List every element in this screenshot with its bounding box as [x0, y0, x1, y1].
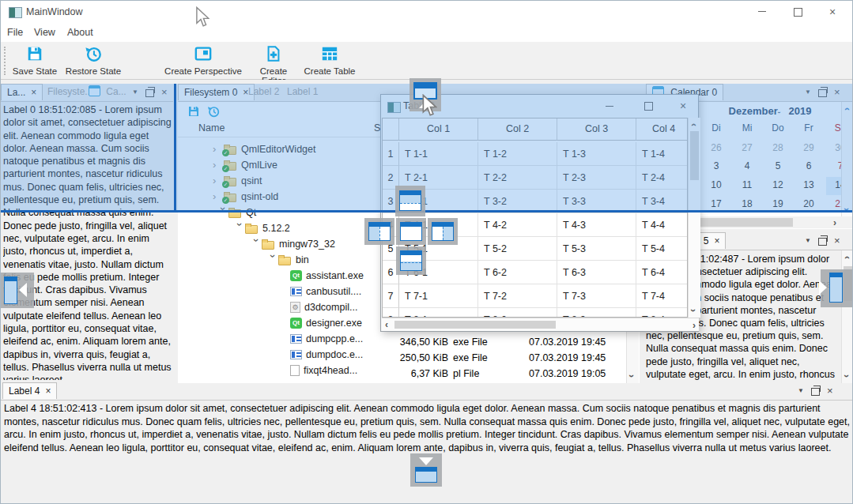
tree-row[interactable]: › ✓ QmlEditorWidget	[178, 141, 315, 157]
table-cell[interactable]: T 6-1	[399, 261, 478, 284]
scroll-down-icon[interactable]: ›	[841, 208, 852, 211]
table-cell[interactable]: T 8-2	[478, 308, 557, 318]
scroll-down-icon[interactable]: ›	[841, 374, 852, 378]
table-cell[interactable]: T 5-1	[399, 237, 478, 261]
tree-row[interactable]: › ✓ QmlLive	[178, 157, 277, 173]
chevron-down-icon[interactable]: ›	[267, 254, 278, 265]
calendar-day[interactable]: 28	[764, 142, 792, 153]
save-state-button[interactable]: Save State	[10, 45, 59, 76]
table-cell[interactable]: T 5-2	[478, 237, 557, 261]
pane-float-icon[interactable]	[818, 238, 827, 246]
calendar-day[interactable]: 20	[794, 198, 823, 209]
tree-row[interactable]: › ✓ qsint	[178, 173, 262, 189]
maximize-icon[interactable]	[644, 102, 653, 111]
row-header[interactable]: 4	[383, 213, 399, 237]
minimize-icon[interactable]	[606, 106, 613, 107]
table-window-titlebar[interactable]: Table 0 ×	[381, 95, 698, 118]
table-cell[interactable]: T 8-1	[399, 308, 478, 318]
table-cell[interactable]: T 7-3	[557, 284, 636, 308]
table-cell[interactable]: T 4-1	[399, 213, 478, 237]
pane-menu-icon[interactable]: ▼	[805, 236, 811, 246]
table-cell[interactable]: T 5-4	[636, 237, 688, 261]
table-cell[interactable]: T 5-3	[557, 237, 636, 261]
calendar-day[interactable]: 17	[702, 198, 730, 209]
tab-close-icon[interactable]: ×	[31, 87, 36, 98]
create-perspective-button[interactable]: Create Perspective	[163, 45, 243, 76]
tab-label0[interactable]: La...×	[1, 84, 43, 100]
pane-float-icon[interactable]	[145, 89, 154, 97]
pane-menu-icon[interactable]: ▼	[798, 386, 804, 396]
calendar-day[interactable]: 4	[733, 160, 761, 171]
table-cell[interactable]: T 6-3	[557, 261, 636, 284]
calendar-day[interactable]: 29	[794, 142, 823, 153]
calendar-day[interactable]: 10	[702, 179, 730, 190]
scroll-up-icon[interactable]: ›	[688, 123, 699, 126]
scroll-up-icon[interactable]: ›	[841, 256, 852, 259]
create-table-button[interactable]: Create Table	[304, 45, 356, 76]
tab-label2[interactable]: Label 2	[243, 84, 285, 100]
row-header[interactable]: 1	[383, 142, 399, 166]
table-cell[interactable]: T 1-1	[399, 142, 478, 166]
pane-menu-icon[interactable]: ▼	[132, 88, 138, 97]
table-cell[interactable]: T 8-4	[636, 308, 688, 318]
tree-row[interactable]: dumpcpp.e...	[178, 331, 363, 347]
row-header[interactable]: 7	[383, 284, 399, 308]
table-cell[interactable]: T 8-3	[557, 308, 636, 318]
tree-row[interactable]: Qt assistant.exe	[178, 268, 364, 284]
floating-table-window[interactable]: Table 0 × Col 1 Col 2 Col 3 Col 4 1 T 1-…	[380, 94, 699, 332]
calendar-day[interactable]: 5	[764, 160, 792, 171]
table-cell[interactable]: T 2-2	[478, 166, 557, 190]
pane-menu-icon[interactable]: ▼	[805, 88, 811, 97]
pane-close-icon[interactable]: ×	[834, 236, 840, 246]
pane-float-icon[interactable]	[811, 388, 820, 396]
scroll-right-icon[interactable]: ›	[833, 217, 836, 228]
calendar-day[interactable]: 18	[733, 198, 761, 209]
close-icon[interactable]: ×	[680, 100, 686, 111]
tree-row[interactable]: fixqt4head...	[178, 363, 357, 378]
table-cell[interactable]: T 3-1	[399, 190, 478, 213]
scroll-right-icon[interactable]: ›	[693, 320, 696, 331]
table-cell[interactable]: T 3-4	[636, 190, 688, 213]
scrollbar-thumb[interactable]	[844, 266, 853, 301]
tree-row[interactable]: › ✓ qsint-old	[178, 189, 278, 205]
table-col-header[interactable]: Col 2	[478, 118, 557, 141]
menu-view[interactable]: View	[34, 27, 55, 38]
table-col-header[interactable]: Col 4	[636, 118, 688, 141]
label5-vertical-scrollbar[interactable]: › ›	[841, 250, 853, 383]
table-cell[interactable]: T 3-3	[557, 190, 636, 213]
table-cell[interactable]: T 4-4	[636, 213, 688, 237]
close-icon[interactable]: ×	[829, 6, 836, 17]
table-cell[interactable]: T 1-4	[636, 142, 688, 166]
tree-row[interactable]: ⚙ d3dcompil...	[178, 299, 357, 315]
calendar-month-header[interactable]: Dezember› 2019	[699, 105, 841, 117]
calendar-year[interactable]: 2019	[789, 105, 812, 117]
tree-row[interactable]: › mingw73_32	[178, 236, 335, 252]
pane-close-icon[interactable]: ×	[827, 386, 833, 396]
tree-row[interactable]: › Qt	[178, 205, 256, 220]
scroll-up-icon[interactable]: ›	[841, 107, 852, 111]
table-cell[interactable]: T 1-3	[557, 142, 636, 166]
tree-row[interactable]: › bin	[178, 252, 309, 268]
tree-row[interactable]: › 5.12.2	[178, 220, 290, 236]
calendar-day[interactable]: 3	[702, 160, 730, 171]
scrollbar-thumb[interactable]	[700, 218, 793, 227]
table-cell[interactable]: T 1-2	[478, 142, 557, 166]
tab-calendar1[interactable]: Ca...	[83, 84, 132, 100]
tab-close-icon[interactable]: ×	[714, 235, 719, 246]
toolbar-drag-handle[interactable]	[4, 47, 6, 75]
table-cell[interactable]: T 7-2	[478, 284, 557, 308]
calendar-day[interactable]: 11	[733, 179, 761, 190]
pane-float-icon[interactable]	[818, 89, 827, 97]
table-cell[interactable]: T 2-3	[557, 166, 636, 190]
calendar-day[interactable]: 26	[702, 142, 730, 153]
table-col-header[interactable]: Col 3	[557, 118, 636, 141]
table-cell[interactable]: T 4-2	[478, 213, 557, 237]
calendar-vertical-scrollbar[interactable]: › ›	[841, 102, 853, 216]
pane-close-icon[interactable]: ×	[161, 88, 168, 97]
table-cell[interactable]: T 7-4	[636, 284, 688, 308]
minimize-icon[interactable]	[758, 11, 766, 12]
tree-row[interactable]: Qt designer.exe	[178, 315, 362, 331]
calendar-day[interactable]: 27	[733, 142, 761, 153]
fs-restore-icon[interactable]	[207, 105, 220, 120]
table-horizontal-scrollbar[interactable]: › ›	[382, 318, 699, 331]
